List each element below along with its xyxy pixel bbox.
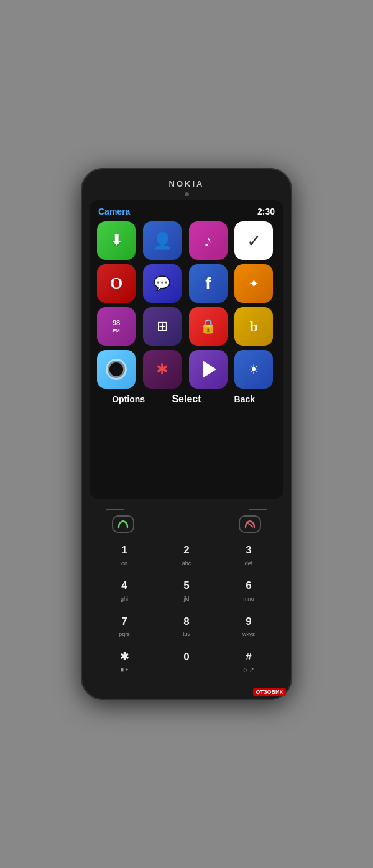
softkey-back[interactable]: Back: [216, 394, 274, 404]
key-2[interactable]: 2abc: [157, 539, 216, 572]
call-row: [94, 515, 279, 533]
app-games[interactable]: ⊞: [143, 307, 182, 346]
key-4[interactable]: 4ghi: [94, 575, 154, 607]
fm-label: 98FM: [113, 320, 120, 333]
app-store[interactable]: 🔒: [189, 307, 228, 346]
key-3[interactable]: 3def: [219, 539, 279, 572]
key-0[interactable]: 0—: [157, 646, 216, 679]
app-video[interactable]: [189, 350, 228, 389]
call-button[interactable]: [112, 515, 134, 533]
camera-shortcut[interactable]: Camera: [98, 206, 130, 216]
app-chat[interactable]: 💬: [143, 264, 182, 303]
key-5[interactable]: 5jkl: [157, 575, 216, 607]
key-9[interactable]: 9wxyz: [219, 611, 279, 644]
app-download[interactable]: ⬇: [97, 221, 136, 260]
end-call-button[interactable]: [239, 515, 261, 533]
brand-label: NOKIA: [90, 179, 283, 188]
key-#[interactable]: #◇ ↗: [219, 646, 279, 679]
phone-device: NOKIA Camera 2:30 ⬇ 👤 ♪ ✓ O: [81, 168, 292, 700]
watermark: ОТЗОВИК: [253, 688, 286, 696]
app-brightness[interactable]: ☀: [234, 350, 273, 389]
app-photos[interactable]: ✱: [143, 350, 182, 389]
app-music[interactable]: ♪: [189, 221, 228, 260]
clock: 2:30: [257, 206, 275, 216]
softkey-row: Options Select Back: [96, 389, 277, 407]
key-6[interactable]: 6mno: [219, 575, 279, 607]
app-bing[interactable]: b: [234, 307, 273, 346]
keypad: 1oo2abc3def4ghi5jkl6mno7pqrs8tuv9wxyz✱■ …: [90, 505, 283, 685]
front-camera: [185, 192, 189, 196]
app-fm-radio[interactable]: 98FM: [97, 307, 136, 346]
app-opera[interactable]: O: [97, 264, 136, 303]
app-facebook[interactable]: f: [189, 264, 228, 303]
left-softkey-bar: [106, 509, 124, 510]
app-mail[interactable]: ✓: [234, 221, 273, 260]
right-softkey-bar: [249, 509, 267, 510]
app-grid: ⬇ 👤 ♪ ✓ O 💬 f ✦: [96, 221, 277, 389]
key-7[interactable]: 7pqrs: [94, 611, 154, 644]
key-✱[interactable]: ✱■ +: [94, 646, 154, 679]
softkey-select[interactable]: Select: [157, 394, 215, 405]
number-keys: 1oo2abc3def4ghi5jkl6mno7pqrs8tuv9wxyz✱■ …: [94, 539, 279, 679]
key-1[interactable]: 1oo: [94, 539, 154, 572]
play-icon: [203, 361, 216, 378]
status-bar: Camera 2:30: [96, 206, 277, 216]
app-magic[interactable]: ✦: [234, 264, 273, 303]
softkey-options[interactable]: Options: [99, 394, 157, 404]
phone-screen: Camera 2:30 ⬇ 👤 ♪ ✓ O 💬: [90, 200, 283, 499]
camera-lens-icon: [108, 361, 125, 378]
key-8[interactable]: 8tuv: [157, 611, 216, 644]
app-camera[interactable]: [97, 350, 136, 389]
app-contacts[interactable]: 👤: [143, 221, 182, 260]
nav-row: [94, 509, 279, 510]
